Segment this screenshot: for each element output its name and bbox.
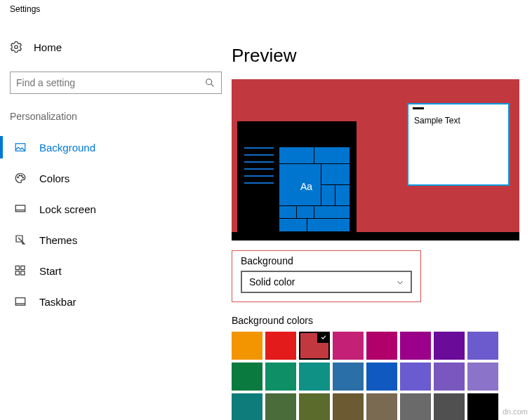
background-setting-highlight: Background Solid color xyxy=(232,250,421,302)
sidebar-item-label: Colors xyxy=(39,172,69,184)
sidebar-item-start[interactable]: Start xyxy=(10,255,222,286)
color-swatch[interactable] xyxy=(434,363,465,391)
search-field[interactable] xyxy=(16,77,204,88)
sample-window: Sample Text xyxy=(407,103,510,186)
color-swatch[interactable] xyxy=(333,332,364,360)
preview-heading: Preview xyxy=(232,45,525,67)
color-swatch[interactable] xyxy=(265,363,296,391)
svg-point-5 xyxy=(19,175,20,177)
color-swatch[interactable] xyxy=(299,332,330,360)
themes-icon xyxy=(14,233,27,246)
background-dropdown[interactable]: Solid color xyxy=(241,271,412,293)
color-swatch[interactable] xyxy=(467,393,498,420)
taskbar-icon xyxy=(14,295,27,308)
color-swatch[interactable] xyxy=(400,393,431,420)
svg-rect-8 xyxy=(15,205,25,212)
color-swatch[interactable] xyxy=(265,393,296,420)
background-colors-label: Background colors xyxy=(232,315,525,326)
sidebar-item-label: Themes xyxy=(39,234,77,246)
color-swatch[interactable] xyxy=(434,332,465,360)
section-label: Personalization xyxy=(10,111,222,122)
taskbar-preview xyxy=(232,232,519,241)
sample-text: Sample Text xyxy=(414,116,460,126)
svg-point-0 xyxy=(15,46,18,49)
dropdown-value: Solid color xyxy=(249,276,295,287)
sidebar-item-lockscreen[interactable]: Lock screen xyxy=(10,194,222,224)
sidebar-item-label: Background xyxy=(39,142,95,154)
sidebar-item-colors[interactable]: Colors xyxy=(10,163,222,194)
color-grid xyxy=(232,332,525,420)
lockscreen-icon xyxy=(14,203,27,215)
color-swatch[interactable] xyxy=(467,332,498,360)
start-icon xyxy=(14,264,27,277)
watermark: dn.com xyxy=(503,407,528,416)
color-swatch[interactable] xyxy=(265,332,296,360)
font-sample-aa: Aa xyxy=(300,181,312,192)
sidebar-item-themes[interactable]: Themes xyxy=(10,224,222,255)
search-input[interactable] xyxy=(10,72,222,94)
start-preview: Aa xyxy=(237,121,357,241)
color-swatch[interactable] xyxy=(434,393,465,420)
sidebar-item-label: Taskbar xyxy=(39,296,77,308)
svg-rect-11 xyxy=(21,266,25,269)
chevron-down-icon xyxy=(395,278,404,286)
gear-icon xyxy=(10,41,22,53)
home-label: Home xyxy=(34,41,62,53)
svg-rect-10 xyxy=(15,266,19,269)
sidebar-item-label: Lock screen xyxy=(39,203,96,215)
svg-point-1 xyxy=(206,79,212,85)
menu-lines-icon xyxy=(244,147,274,189)
color-swatch[interactable] xyxy=(366,393,397,420)
background-label: Background xyxy=(241,255,412,266)
color-swatch[interactable] xyxy=(333,363,364,391)
color-swatch[interactable] xyxy=(400,363,431,391)
color-swatch[interactable] xyxy=(366,332,397,360)
svg-line-2 xyxy=(211,84,214,87)
color-swatch[interactable] xyxy=(333,393,364,420)
svg-point-7 xyxy=(22,177,24,179)
app-title: Settings xyxy=(0,0,532,18)
tile-grid: Aa xyxy=(279,147,350,231)
color-swatch[interactable] xyxy=(299,393,330,420)
search-icon xyxy=(204,77,215,88)
color-swatch[interactable] xyxy=(400,332,431,360)
color-swatch[interactable] xyxy=(467,363,498,391)
home-link[interactable]: Home xyxy=(10,41,222,53)
checkmark-icon xyxy=(317,332,330,343)
sidebar-item-background[interactable]: Background xyxy=(10,132,222,163)
sidebar-item-label: Start xyxy=(39,265,62,277)
svg-rect-14 xyxy=(15,298,25,306)
color-swatch[interactable] xyxy=(299,363,330,391)
svg-point-4 xyxy=(18,177,19,178)
color-swatch[interactable] xyxy=(232,363,262,391)
window-accent-bar xyxy=(413,107,424,109)
color-swatch[interactable] xyxy=(232,332,262,360)
svg-rect-13 xyxy=(21,271,25,275)
picture-icon xyxy=(14,141,27,154)
color-swatch[interactable] xyxy=(232,393,262,420)
preview-panel: Aa Sample Text xyxy=(232,79,519,241)
svg-point-6 xyxy=(21,175,22,177)
sidebar-item-taskbar[interactable]: Taskbar xyxy=(10,286,222,317)
palette-icon xyxy=(14,172,27,184)
color-swatch[interactable] xyxy=(366,363,397,391)
svg-rect-12 xyxy=(15,271,19,275)
